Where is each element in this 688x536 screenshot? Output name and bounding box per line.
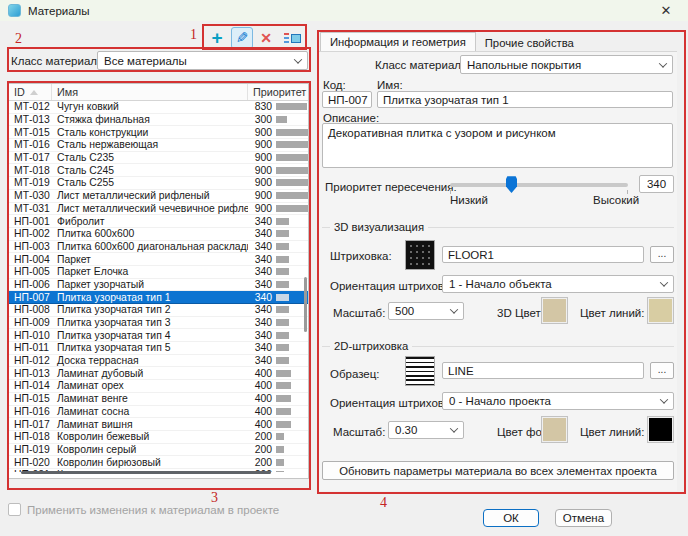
column-header-priority[interactable]: Приоритет xyxy=(248,84,308,100)
table-row[interactable]: НП-017 Ламинат вишня 400 xyxy=(9,418,308,431)
table-row[interactable]: НП-015 Ламинат венге 400 xyxy=(9,393,308,406)
table-row[interactable]: НП-003 Плитка 600x600 диагональная раскл… xyxy=(9,241,308,254)
material-class-filter-dropdown[interactable]: Все материалы xyxy=(97,51,308,70)
column-header-id[interactable]: ID xyxy=(9,84,52,100)
priority-bar xyxy=(276,154,308,161)
name-field[interactable]: Плитка узорчатая тип 1 xyxy=(377,91,673,108)
hatch-browse-button[interactable]: ... xyxy=(650,246,674,263)
hatch-preview-2d[interactable] xyxy=(405,356,435,386)
table-row[interactable]: МТ-017 Сталь С235 900 xyxy=(9,152,308,165)
cell-id: НП-015 xyxy=(9,393,52,404)
tab-other-properties[interactable]: Прочие свойства xyxy=(476,33,583,52)
table-row[interactable]: МТ-019 Сталь С255 900 xyxy=(9,177,308,190)
priority-slider[interactable] xyxy=(450,183,628,187)
cell-id: НП-010 xyxy=(9,330,52,341)
apply-changes-checkbox[interactable] xyxy=(8,503,21,516)
hatch-name-field[interactable]: FLOOR1 xyxy=(442,246,644,263)
details-tabstrip: Информация и геометрия Прочие свойства xyxy=(320,32,583,52)
table-row[interactable]: НП-006 Паркет узорчатый 340 xyxy=(9,279,308,292)
cell-name: Ламинат дубовый xyxy=(52,368,248,379)
table-row[interactable]: НП-016 Ламинат сосна 400 xyxy=(9,406,308,419)
description-field[interactable]: Декоративная плитка с узором и рисунком xyxy=(322,123,673,168)
cell-id: НП-018 xyxy=(9,431,52,442)
cell-priority: 900 xyxy=(248,203,272,214)
tab-info-geometry[interactable]: Информация и геометрия xyxy=(320,32,476,51)
table-row[interactable]: НП-011 Плитка узорчатая тип 5 340 xyxy=(9,342,308,355)
cell-name: Паркет xyxy=(52,254,248,265)
scale-2d-label: Масштаб: xyxy=(333,426,385,438)
linecolor-2d-swatch[interactable] xyxy=(647,416,674,443)
horizontal-scrollbar[interactable] xyxy=(21,471,271,474)
table-row[interactable]: НП-002 Плитка 600x600 340 xyxy=(9,228,308,241)
priority-value-field[interactable]: 340 xyxy=(639,175,674,193)
table-row[interactable]: НП-020 Ковролин бирюзовый 200 xyxy=(9,456,308,469)
table-row[interactable]: НП-019 Ковролин серый 200 xyxy=(9,444,308,457)
table-row[interactable]: МТ-016 Сталь нержавеющая 900 xyxy=(9,139,308,152)
priority-bar xyxy=(276,103,307,110)
orientation-3d-dropdown[interactable]: 1 - Начало объекта xyxy=(442,275,674,293)
priority-bar xyxy=(276,179,308,186)
cell-name: Плитка 600x600 xyxy=(52,228,248,239)
table-row[interactable]: НП-009 Плитка узорчатая тип 3 340 xyxy=(9,317,308,330)
ok-button[interactable]: ОК xyxy=(483,509,539,527)
priority-low-label: Низкий xyxy=(450,194,488,206)
table-row[interactable]: НП-014 Ламинат орех 400 xyxy=(9,380,308,393)
orientation-2d-dropdown[interactable]: 0 - Начало проекта xyxy=(442,392,674,410)
scale-2d-dropdown[interactable]: 0.30 xyxy=(388,421,464,439)
linecolor-3d-swatch[interactable] xyxy=(647,297,674,324)
linecolor-3d-label: Цвет линий: xyxy=(580,307,645,319)
table-row[interactable]: НП-018 Ковролин бежевый 200 xyxy=(9,431,308,444)
table-row[interactable]: МТ-013 Стяжка финальная 300 xyxy=(9,114,308,127)
add-material-button[interactable]: + xyxy=(206,27,228,49)
table-row[interactable]: МТ-012 Чугун ковкий 830 xyxy=(9,101,308,114)
app-icon xyxy=(8,4,21,17)
table-row[interactable]: НП-012 Доска террасная 340 xyxy=(9,355,308,368)
close-icon[interactable]: ✕ xyxy=(658,3,674,19)
cell-id: НП-004 xyxy=(9,254,52,265)
vertical-scrollbar[interactable] xyxy=(304,277,307,332)
sort-ascending-icon xyxy=(30,90,38,95)
cell-name: Ковролин бежевый xyxy=(52,431,248,442)
priority-bar xyxy=(276,370,291,377)
table-row[interactable]: НП-004 Паркет 340 xyxy=(9,253,308,266)
table-row[interactable]: МТ-018 Сталь С245 900 xyxy=(9,164,308,177)
table-row[interactable]: МТ-030 Лист металлический рифленый 900 xyxy=(9,190,308,203)
delete-material-button[interactable]: ✕ xyxy=(255,27,277,49)
plus-icon: + xyxy=(211,29,222,47)
class-dropdown[interactable]: Напольные покрытия xyxy=(460,55,673,74)
priority-bar xyxy=(276,306,289,313)
cancel-button[interactable]: Отмена xyxy=(555,509,612,527)
table-row[interactable]: МТ-015 Сталь конструкции 900 xyxy=(9,126,308,139)
cell-id: НП-013 xyxy=(9,368,52,379)
cell-name: Ламинат венге xyxy=(52,393,248,404)
sample-name-field[interactable]: LINE xyxy=(442,362,644,379)
orientation-3d-label: Ориентация штриховки: xyxy=(330,280,459,292)
priority-bar xyxy=(276,192,308,199)
hatch-preview-3d[interactable] xyxy=(405,240,435,270)
table-row[interactable]: МТ-031 Лист металлический чечевичное риф… xyxy=(9,203,308,216)
cell-id: МТ-030 xyxy=(9,190,52,201)
cell-name: Доска террасная xyxy=(52,355,248,366)
table-row[interactable]: НП-007 Плитка узорчатая тип 1 340 xyxy=(9,291,308,304)
table-row[interactable]: НП-005 Паркет Елочка 340 xyxy=(9,266,308,279)
column-header-name[interactable]: Имя xyxy=(52,84,248,100)
scale-3d-dropdown[interactable]: 500 xyxy=(388,302,464,320)
cell-priority: 340 xyxy=(248,304,272,315)
code-field[interactable]: НП-007 xyxy=(322,91,372,108)
update-materials-button[interactable]: Обновить параметры материала во всех эле… xyxy=(322,461,674,480)
apply-changes-row: Применить изменения к материалам в проек… xyxy=(8,503,279,516)
color-3d-swatch[interactable] xyxy=(541,297,568,324)
cell-id: НП-019 xyxy=(9,444,52,455)
priority-bar xyxy=(276,243,289,250)
table-row[interactable]: НП-010 Плитка узорчатая тип 4 340 xyxy=(9,329,308,342)
table-row[interactable]: НП-013 Ламинат дубовый 400 xyxy=(9,367,308,380)
table-row[interactable]: НП-001 Фибролит 340 xyxy=(9,215,308,228)
bgcolor-2d-swatch[interactable] xyxy=(541,416,568,443)
cell-name: Сталь С255 xyxy=(52,177,248,188)
priority-bar xyxy=(276,446,284,453)
sample-browse-button[interactable]: ... xyxy=(650,362,674,379)
table-row[interactable]: НП-008 Плитка узорчатая тип 2 340 xyxy=(9,304,308,317)
copy-material-button[interactable] xyxy=(281,27,303,49)
edit-material-button[interactable]: ✎ xyxy=(231,27,253,49)
cell-name: Сталь С235 xyxy=(52,152,248,163)
